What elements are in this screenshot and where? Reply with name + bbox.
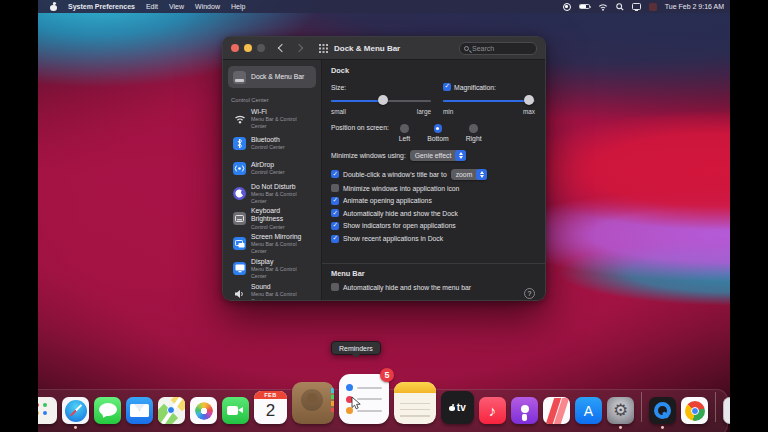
dock-tooltip: Reminders: [331, 341, 381, 355]
position-option-right[interactable]: Right: [466, 124, 482, 142]
show-all-icon[interactable]: [319, 44, 321, 46]
dock-icon-photos[interactable]: [190, 397, 217, 424]
apple-menu-icon[interactable]: [50, 3, 57, 11]
option-show-recent[interactable]: Show recent applications in Dock: [331, 235, 535, 243]
screen-mirroring-icon: [233, 237, 246, 250]
menu-view[interactable]: View: [169, 3, 184, 10]
dock-icon-tv[interactable]: tv: [441, 391, 474, 424]
dock-icon-app-store[interactable]: A: [575, 397, 602, 424]
sidebar-item-wifi[interactable]: Wi-FiMenu Bar & Control Center: [228, 106, 316, 131]
size-max-label: large: [417, 108, 431, 115]
magnification-max-label: max: [523, 108, 535, 115]
menu-help[interactable]: Help: [231, 3, 245, 10]
menu-window[interactable]: Window: [195, 3, 220, 10]
battery-icon[interactable]: [579, 4, 590, 10]
display-icon: [233, 262, 246, 275]
menu-bar-section: Menu Bar Automatically hide and show the…: [322, 263, 545, 291]
dock-icon-music[interactable]: ♪: [479, 397, 506, 424]
sidebar-item-do-not-disturb[interactable]: Do Not DisturbMenu Bar & Control Center: [228, 181, 316, 206]
dock-icon-maps[interactable]: [158, 397, 185, 424]
size-slider-thumb[interactable]: [378, 95, 388, 105]
minimize-into-icon-checkbox[interactable]: [331, 184, 339, 192]
dock-icon-safari[interactable]: [62, 397, 89, 424]
dock-icon-reminders[interactable]: 5: [339, 374, 389, 424]
sidebar-item-display[interactable]: DisplayMenu Bar & Control Center: [228, 256, 316, 281]
option-animate-opening[interactable]: Animate opening applications: [331, 197, 535, 205]
menu-bar-clock[interactable]: Tue Feb 2 9:16 AM: [665, 3, 724, 10]
display-menu-icon[interactable]: [632, 3, 641, 10]
zoom-button[interactable]: [257, 44, 265, 52]
window-title: Dock & Menu Bar: [334, 44, 400, 53]
dock-icon-podcasts[interactable]: [511, 397, 538, 424]
sidebar-item-screen-mirroring[interactable]: Screen MirroringMenu Bar & Control Cente…: [228, 231, 316, 256]
dock-icon-facetime[interactable]: [222, 397, 249, 424]
dock-divider: [641, 392, 642, 422]
sidebar-item-dock-menu-bar[interactable]: Dock & Menu Bar: [228, 66, 316, 88]
option-auto-hide-dock[interactable]: Automatically hide and show the Dock: [331, 209, 535, 217]
search-field[interactable]: [459, 42, 537, 55]
size-slider[interactable]: [331, 95, 431, 106]
gear-icon: ⚙: [613, 402, 628, 419]
magnification-label: Magnification:: [454, 84, 496, 91]
screen-recording-indicator-icon[interactable]: [563, 3, 571, 11]
dropdown-stepper-icon: [476, 169, 487, 180]
close-button[interactable]: [231, 44, 239, 52]
menu-edit[interactable]: Edit: [146, 3, 158, 10]
sidebar-item-airdrop[interactable]: AirDropControl Center: [228, 156, 316, 181]
size-label: Size:: [331, 84, 346, 91]
magnification-slider[interactable]: [443, 95, 535, 106]
search-input[interactable]: [472, 45, 528, 52]
menu-bar-section-title: Menu Bar: [331, 269, 535, 278]
forward-icon[interactable]: [295, 44, 303, 52]
dock-icon-notes[interactable]: [394, 382, 436, 424]
dock-icon-news[interactable]: [543, 397, 570, 424]
letterbox-right: [730, 0, 768, 432]
position-label: Position on screen:: [331, 124, 389, 131]
dock-divider: [715, 392, 716, 422]
magnification-min-label: min: [443, 108, 453, 115]
option-auto-hide-menu-bar[interactable]: Automatically hide and show the menu bar: [331, 283, 535, 291]
dock-icon-quicktime[interactable]: [649, 397, 676, 424]
show-indicators-checkbox[interactable]: [331, 222, 339, 230]
position-option-bottom[interactable]: Bottom: [427, 124, 449, 142]
minimize-effect-dropdown[interactable]: Genie effect: [410, 150, 467, 161]
sidebar-item-sound[interactable]: SoundMenu Bar & Control Center: [228, 281, 316, 301]
back-icon[interactable]: [278, 44, 286, 52]
notification-badge: 5: [380, 368, 394, 382]
dock-icon-calendar[interactable]: FEB 2: [254, 391, 287, 424]
double-click-checkbox[interactable]: [331, 170, 339, 178]
auto-hide-dock-checkbox[interactable]: [331, 209, 339, 217]
dock-icon-mail[interactable]: [126, 397, 153, 424]
dock-icon-chrome[interactable]: [681, 397, 708, 424]
keyboard-brightness-icon: [233, 212, 246, 225]
menu-bar: System Preferences Edit View Window Help…: [0, 0, 768, 13]
letterbox-left: [0, 0, 38, 432]
sidebar-item-bluetooth[interactable]: BluetoothControl Center: [228, 131, 316, 156]
do-not-disturb-icon: [233, 187, 246, 200]
dock-icon-system-preferences[interactable]: ⚙: [607, 397, 634, 424]
minimize-button[interactable]: [244, 44, 252, 52]
magnification-slider-thumb[interactable]: [524, 95, 534, 105]
window-titlebar[interactable]: Dock & Menu Bar: [223, 37, 545, 60]
spotlight-icon[interactable]: [616, 3, 624, 11]
sidebar-item-keyboard-brightness[interactable]: Keyboard BrightnessControl Center: [228, 206, 316, 231]
mouse-cursor: [351, 396, 363, 410]
wifi-icon[interactable]: [598, 3, 608, 11]
double-click-action-dropdown[interactable]: zoom: [451, 169, 488, 180]
animate-opening-checkbox[interactable]: [331, 197, 339, 205]
help-button[interactable]: ?: [524, 288, 535, 299]
dock-icon-contacts[interactable]: [292, 382, 334, 424]
show-recent-checkbox[interactable]: [331, 235, 339, 243]
search-icon: [464, 46, 469, 51]
magnification-checkbox[interactable]: [443, 83, 451, 91]
option-minimize-into-icon[interactable]: Minimize windows into application icon: [331, 184, 535, 192]
option-show-indicators[interactable]: Show indicators for open applications: [331, 222, 535, 230]
position-option-left[interactable]: Left: [399, 124, 410, 142]
apple-logo-icon: [449, 404, 455, 411]
menu-app-name[interactable]: System Preferences: [68, 3, 135, 10]
menu-extra-icon[interactable]: [649, 3, 657, 11]
option-double-click-titlebar[interactable]: Double-click a window's title bar to zoo…: [331, 169, 535, 180]
sidebar: Dock & Menu Bar Control Center Wi-FiMenu…: [223, 60, 322, 301]
dock-icon-messages[interactable]: [94, 397, 121, 424]
auto-hide-menu-bar-checkbox[interactable]: [331, 283, 339, 291]
